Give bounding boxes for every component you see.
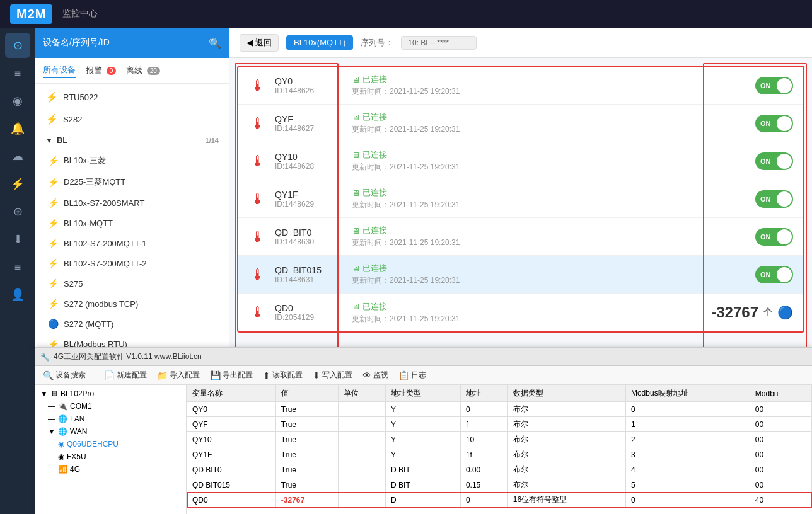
update-time-qy0: 更新时间：2021-11-25 19:20:31 xyxy=(352,86,735,97)
device-row-qd0[interactable]: 🌡 QD0 ID:2054129 🖥 已连接 更新时间：2021-11-25 1… xyxy=(238,294,803,331)
toggle-qd-bit015[interactable] xyxy=(755,266,793,283)
device-item-bl102-2[interactable]: ⚡ BL102-S7-200MQTT-2 xyxy=(35,253,229,273)
update-time-qd-bit0: 更新时间：2021-11-25 19:20:31 xyxy=(352,237,735,248)
sidebar-icon-location[interactable]: ◉ xyxy=(5,88,30,113)
sidebar-icon-list[interactable]: ≡ xyxy=(5,254,30,280)
device-item-bl10x-mitsubishi[interactable]: ⚡ BL10x-三菱 xyxy=(35,150,229,171)
device-row-qd-bit015[interactable]: 🌡 QD_BIT015 ID:1448631 🖥 已连接 更新时间：2021-1… xyxy=(238,256,803,294)
fx5u-icon: ◉ xyxy=(58,452,64,461)
device-row-qy10[interactable]: 🌡 QY10 ID:1448628 🖥 已连接 更新时间：2021-11-25 … xyxy=(238,142,803,180)
toggle-qy0[interactable] xyxy=(755,77,793,94)
dev-name-qy1f: QY1F xyxy=(275,190,344,200)
dev-name-qy0: QY0 xyxy=(275,76,344,86)
table-row-qd-bit015[interactable]: QD BIT015 True D BIT 0.15 布尔 5 00 xyxy=(187,477,812,493)
cell-modbu2-qd-bit015: 00 xyxy=(750,477,811,493)
back-button[interactable]: ◀ 返回 xyxy=(240,34,279,52)
tree-label-lan: LAN xyxy=(70,414,84,423)
sidebar-icon-bell[interactable]: 🔔 xyxy=(5,116,30,141)
dev-name-qy10: QY10 xyxy=(275,152,344,162)
table-row-qy0[interactable]: QY0 True Y 0 布尔 0 00 xyxy=(187,402,812,417)
export-icon: 💾 xyxy=(210,370,221,380)
cell-unit-qy0 xyxy=(339,402,386,417)
table-row-qy10[interactable]: QY10 True Y 10 布尔 2 00 xyxy=(187,432,812,447)
sidebar-icon-add[interactable]: ⊕ xyxy=(5,199,30,224)
thermometer-icon-qd-bit0: 🌡 xyxy=(248,228,267,246)
cell-value-qy0: True xyxy=(276,402,338,417)
toolbar-export-config[interactable]: 💾 导出配置 xyxy=(207,368,255,382)
device-item-rtu5022[interactable]: ⚡ RTU5022 xyxy=(35,86,229,108)
device-tab-bl10x[interactable]: BL10x(MQTT) xyxy=(286,35,353,50)
toolbar-monitor-label: 监视 xyxy=(373,370,388,380)
device-row-qd-bit0[interactable]: 🌡 QD_BIT0 ID:1448630 🖥 已连接 更新时间：2021-11-… xyxy=(238,218,803,256)
dev-id-qd-bit0: ID:1448630 xyxy=(275,237,344,246)
tree-item-lan[interactable]: — 🌐 LAN xyxy=(35,413,186,425)
value-number-qd0: -32767 xyxy=(711,304,758,321)
device-item-bl10x-s7[interactable]: ⚡ BL10x-S7-200SMART xyxy=(35,193,229,213)
device-search-button[interactable]: 🔍 xyxy=(209,37,221,49)
table-row-qyf[interactable]: QYF True Y f 布尔 1 00 xyxy=(187,417,812,432)
q06u-icon: ◉ xyxy=(58,440,64,448)
alarm-badge: 0 xyxy=(107,67,117,75)
tree-item-wan[interactable]: ▼ 🌐 WAN xyxy=(35,425,186,438)
tree-item-fx5u[interactable]: ◉ FX5U xyxy=(35,450,186,463)
toolbar-read-label: 读取配置 xyxy=(272,370,303,380)
status-connected-qd-bit0: 🖥 已连接 xyxy=(352,225,735,236)
tree-item-q06u[interactable]: ◉ Q06UDEHCPU xyxy=(35,438,186,450)
sidebar-icon-download[interactable]: ⬇ xyxy=(5,227,30,252)
toggle-qd-bit0[interactable] xyxy=(755,228,793,246)
device-name-s272-mqtt: S272 (MQTT) xyxy=(64,319,113,329)
toolbar-import-config[interactable]: 📁 导入配置 xyxy=(154,368,202,382)
toolbar-log[interactable]: 📋 日志 xyxy=(396,368,429,382)
device-item-s275[interactable]: ⚡ S275 xyxy=(35,273,229,294)
toolbar-write-config[interactable]: ⬇ 写入配置 xyxy=(310,368,355,382)
cell-varname-qd-bit0: QD BIT0 xyxy=(187,462,276,477)
table-row-qy1f[interactable]: QY1F True Y 1f 布尔 3 00 xyxy=(187,447,812,462)
config-titlebar-text: 4G工业网关配置软件 V1.0.11 www.BLiiot.cn xyxy=(54,351,202,362)
toggle-qy10[interactable] xyxy=(755,152,793,170)
device-icon-bl102: 🖥 xyxy=(50,389,58,398)
device-item-s272-modbus[interactable]: ⚡ S272 (modbus TCP) xyxy=(35,294,229,314)
toolbar-device-search[interactable]: 🔍 设备搜索 xyxy=(40,368,88,382)
col-header-varname: 变量名称 xyxy=(187,386,276,402)
tab-all-devices[interactable]: 所有设备 xyxy=(43,63,76,78)
tree-label-4g: 4G xyxy=(70,465,80,474)
toolbar-new-config[interactable]: 📄 新建配置 xyxy=(102,368,149,382)
tab-alarm[interactable]: 报警 0 xyxy=(86,64,116,77)
cell-addrtype-qy0: Y xyxy=(386,402,461,417)
config-table: 变量名称 值 单位 地址类型 地址 数据类型 Modbus映射地址 Modbu … xyxy=(187,385,812,508)
device-row-qy0[interactable]: 🌡 QY0 ID:1448626 🖥 已连接 更新时间：2021-11-25 1… xyxy=(238,67,803,105)
dev-name-block-qd0: QD0 ID:2054129 xyxy=(275,303,344,322)
cell-modbus-qy10: 2 xyxy=(625,432,750,447)
device-item-d225[interactable]: ⚡ D225-三菱MQTT xyxy=(35,171,229,193)
toggle-qy1f[interactable] xyxy=(755,190,793,208)
com1-icon: — xyxy=(48,402,55,411)
sidebar-icon-lightning[interactable]: ⚡ xyxy=(5,171,30,197)
device-row-qy1f[interactable]: 🌡 QY1F ID:1448629 🖥 已连接 更新时间：2021-11-25 … xyxy=(238,180,803,218)
cell-modbu2-qd-bit0: 00 xyxy=(750,462,811,477)
table-row-qd-bit0[interactable]: QD BIT0 True D BIT 0.00 布尔 4 00 xyxy=(187,462,812,477)
read-icon: ⬆ xyxy=(263,370,270,380)
device-item-bl102-1[interactable]: ⚡ BL102-S7-200MQTT-1 xyxy=(35,233,229,253)
dev-id-qd-bit015: ID:1448631 xyxy=(275,275,344,284)
tree-item-bl102pro[interactable]: ▼ 🖥 BL102Pro xyxy=(35,387,186,400)
tab-offline[interactable]: 离线 20 xyxy=(126,64,160,77)
toolbar-monitor[interactable]: 👁 监视 xyxy=(360,368,391,382)
toggle-qyf[interactable] xyxy=(755,115,793,132)
sidebar-icon-cloud[interactable]: ☁ xyxy=(5,144,30,169)
dev-name-block-qd-bit015: QD_BIT015 ID:1448631 xyxy=(275,265,344,284)
toolbar-read-config[interactable]: ⬆ 读取配置 xyxy=(260,368,305,382)
back-arrow-icon: ◀ xyxy=(246,38,253,47)
sidebar-icon-home[interactable]: ⊙ xyxy=(5,33,30,58)
device-item-s272-mqtt[interactable]: 🔵 S272 (MQTT) xyxy=(35,314,229,334)
device-item-s282[interactable]: ⚡ S282 xyxy=(35,108,229,130)
device-group-bl[interactable]: ▼ BL 1/14 xyxy=(35,130,229,150)
device-name-d225: D225-三菱MQTT xyxy=(64,176,125,188)
table-row-qd0[interactable]: QD0 -32767 D 0 16位有符号整型 0 40 xyxy=(187,493,812,508)
tree-item-com1[interactable]: — 🔌 COM1 xyxy=(35,400,186,413)
toolbar-write-label: 写入配置 xyxy=(322,370,352,380)
sidebar-icon-user[interactable]: 👤 xyxy=(5,282,30,307)
sidebar-icon-menu[interactable]: ≡ xyxy=(5,60,30,86)
tree-item-4g[interactable]: 📶 4G xyxy=(35,463,186,476)
device-item-bl10x-mqtt[interactable]: ⚡ BL10x-MQTT xyxy=(35,213,229,233)
device-row-qyf[interactable]: 🌡 QYF ID:1448627 🖥 已连接 更新时间：2021-11-25 1… xyxy=(238,105,803,142)
